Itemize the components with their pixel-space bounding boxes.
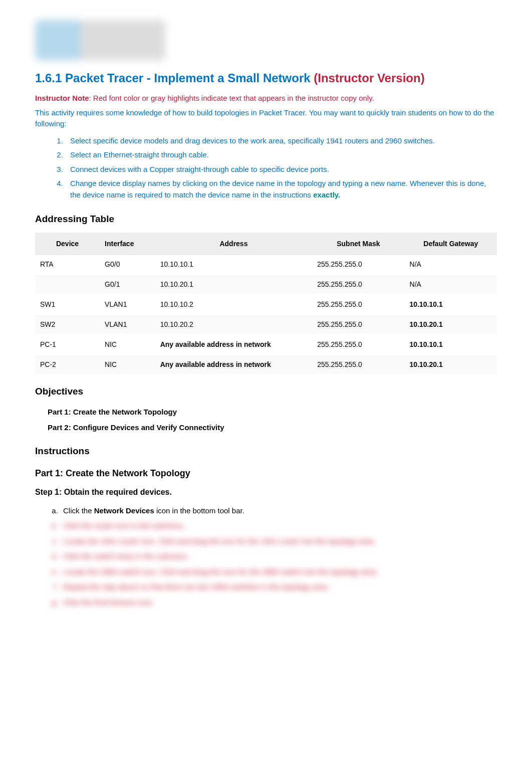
step1-heading: Step 1: Obtain the required devices. — [35, 486, 497, 498]
guide-item: Select specific device models and drag d… — [65, 134, 497, 148]
th-device: Device — [35, 233, 100, 255]
title-link: 1.6.1 Packet Tracer - Implement a Small … — [35, 71, 311, 85]
instructor-note: Instructor Note: Red font color or gray … — [35, 93, 497, 104]
part1-heading: Part 1: Create the Network Topology — [35, 467, 497, 480]
table-row: PC-2NICAny available address in network2… — [35, 354, 497, 374]
table-row: PC-1NICAny available address in network2… — [35, 334, 497, 354]
guide-item: Change device display names by clicking … — [65, 176, 497, 202]
th-subnet: Subnet Mask — [312, 233, 404, 255]
instructor-note-label: Instructor Note — [35, 94, 89, 102]
instructor-note-text: : Red font color or gray highlights indi… — [89, 94, 374, 102]
step1-blurred: Click the End Devices icon. — [60, 595, 497, 611]
objective-item: Part 2: Configure Devices and Verify Con… — [48, 420, 497, 436]
step1-blurred: Click the router icon in the submenu. — [60, 518, 497, 534]
th-interface: Interface — [100, 233, 155, 255]
guide-list: Select specific device models and drag d… — [35, 134, 497, 203]
instructions-heading: Instructions — [35, 444, 497, 459]
table-row: RTAG0/010.10.10.1255.255.255.0N/A — [35, 255, 497, 275]
step1-list: Click the Network Devices icon in the bo… — [35, 503, 497, 611]
table-header-row: Device Interface Address Subnet Mask Def… — [35, 233, 497, 255]
addressing-table: Device Interface Address Subnet Mask Def… — [35, 233, 497, 375]
th-gateway: Default Gateway — [405, 233, 497, 255]
step1-blurred: Click the switch entry in the submenu. — [60, 549, 497, 564]
step1-blurred: Repeat the step above so that there are … — [60, 579, 497, 595]
table-row: G0/110.10.20.1255.255.255.0N/A — [35, 274, 497, 294]
addressing-table-heading: Addressing Table — [35, 212, 497, 227]
step1-a: Click the Network Devices icon in the bo… — [60, 503, 497, 519]
step1-blurred: Locate the 2960 switch icon. Click and d… — [60, 564, 497, 580]
guide-item: Select an Ethernet-straight through cabl… — [65, 148, 497, 162]
title-instructor-version: (Instructor Version) — [314, 71, 424, 85]
step1-blurred: Locate the 1941 router icon. Click and d… — [60, 534, 497, 549]
guide-item: Connect devices with a Copper straight-t… — [65, 162, 497, 177]
page-title: 1.6.1 Packet Tracer - Implement a Small … — [35, 70, 497, 86]
logo-cisco-netacad — [35, 20, 165, 60]
table-row: SW1VLAN110.10.10.2255.255.255.010.10.10.… — [35, 294, 497, 314]
intro-paragraph: This activity requires some knowledge of… — [35, 107, 497, 130]
exactly-emphasis: exactly. — [313, 190, 340, 199]
objectives-list: Part 1: Create the Network Topology Part… — [35, 405, 497, 435]
th-address: Address — [155, 233, 312, 255]
objective-item: Part 1: Create the Network Topology — [48, 405, 497, 420]
objectives-heading: Objectives — [35, 384, 497, 399]
table-row: SW2VLAN110.10.20.2255.255.255.010.10.20.… — [35, 314, 497, 334]
